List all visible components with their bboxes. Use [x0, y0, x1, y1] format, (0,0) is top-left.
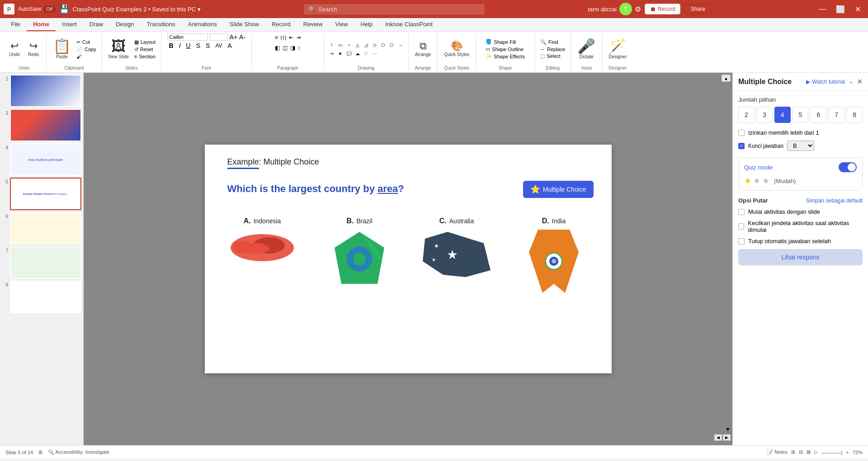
slide-thumb-8[interactable]: 8 [2, 281, 81, 313]
shape-diamond[interactable]: ◇ [371, 41, 379, 49]
shape-effects-button[interactable]: ✨ Shape Effects [484, 53, 526, 60]
mc-badge[interactable]: ⭐ Multiple Choice [523, 181, 594, 198]
align-center-button[interactable]: ◫ [282, 44, 288, 52]
align-right-button[interactable]: ◨ [289, 44, 296, 52]
shape-callout[interactable]: 💬 [345, 49, 353, 57]
lihat-respons-button[interactable]: Lihat respons [738, 249, 863, 265]
redo-button[interactable]: ↪ Redo [24, 40, 42, 58]
zoom-in-btn[interactable]: + [846, 450, 849, 455]
copy-button[interactable]: 📄 Copy [75, 46, 98, 53]
search-bar[interactable]: 🔍 Search [304, 4, 485, 14]
panel-close-button[interactable]: ✕ [857, 77, 863, 86]
slide-thumb-6[interactable]: 6 [2, 212, 81, 245]
undo-button[interactable]: ↩ Undo [5, 40, 24, 58]
font-size-input[interactable] [210, 33, 228, 41]
increase-indent-button[interactable]: ⇥ [295, 33, 302, 43]
choice-6-btn[interactable]: 6 [810, 107, 826, 123]
designer-button[interactable]: 🪄 Designer [606, 38, 629, 60]
izinkan-checkbox[interactable] [738, 130, 745, 136]
kecilkan-checkbox[interactable] [738, 223, 744, 230]
canvas-scroll-down[interactable]: ▼ [725, 426, 731, 433]
char-spacing-button[interactable]: AV [213, 42, 224, 49]
shape-rect[interactable]: ▭ [336, 41, 344, 49]
tab-design[interactable]: Design [109, 18, 140, 31]
tab-animations[interactable]: Animations [182, 18, 223, 31]
shape-pentagon[interactable]: ⬠ [379, 41, 387, 49]
slide-panel-toggle[interactable]: ⊞ [38, 449, 42, 455]
choice-2-btn[interactable]: 2 [738, 107, 755, 123]
simpan-link[interactable]: Simpan sebagai default [806, 198, 863, 204]
canvas-scroll-up[interactable]: ▲ [722, 75, 731, 82]
view-slide-btn[interactable]: ⊟ [799, 449, 803, 455]
font-increase-button[interactable]: A+ [230, 33, 238, 41]
autosave-toggle[interactable]: Off [43, 6, 55, 12]
autosave-control[interactable]: AutoSave Off [18, 6, 56, 12]
mulai-checkbox[interactable] [738, 209, 745, 215]
tab-slideshow[interactable]: Slide Show [223, 18, 265, 31]
kunci-checkbox[interactable]: ✓ [738, 143, 745, 149]
zoom-slider[interactable]: ————| [821, 450, 843, 455]
tutup-checkbox[interactable] [738, 238, 745, 245]
shape-oval[interactable]: ○ [345, 41, 353, 49]
maximize-button[interactable]: ⬜ [832, 5, 849, 14]
tab-view[interactable]: View [329, 18, 354, 31]
shape-outline-button[interactable]: ▭ Shape Outline [484, 46, 526, 52]
watch-tutorial-button[interactable]: ▶ Watch tutorial [806, 79, 845, 85]
star-3[interactable]: ★ [762, 176, 769, 186]
star-1[interactable]: ★ [744, 176, 751, 186]
layout-button[interactable]: ▦ Layout [132, 39, 157, 46]
shape-cloud[interactable]: ☁ [354, 49, 362, 57]
shape-line[interactable]: \ [328, 41, 336, 49]
shape-more[interactable]: ⋯ [371, 49, 379, 57]
line-spacing-button[interactable]: ↕ [297, 44, 302, 52]
panel-collapse-button[interactable]: ⌄ [849, 77, 854, 86]
notes-button[interactable]: 📝 Notes [767, 449, 788, 455]
scroll-left-btn[interactable]: ◀ [714, 434, 722, 441]
tab-transitions[interactable]: Transitions [140, 18, 181, 31]
decrease-indent-button[interactable]: ⇤ [288, 33, 294, 43]
shape-hexagon[interactable]: ⬡ [388, 41, 396, 49]
minimize-button[interactable]: — [815, 5, 830, 14]
choice-7-btn[interactable]: 7 [828, 107, 844, 123]
record-button[interactable]: ⏺ Record [645, 4, 680, 14]
view-reading-btn[interactable]: ⊠ [807, 449, 811, 455]
shape-arrow[interactable]: → [396, 41, 405, 49]
quiz-mode-toggle[interactable] [839, 162, 857, 172]
strikethrough-button[interactable]: S [194, 42, 202, 50]
tab-file[interactable]: File [5, 18, 27, 31]
shadow-button[interactable]: S [204, 42, 212, 50]
view-slideshow-btn[interactable]: ▷ [814, 449, 818, 455]
find-button[interactable]: 🔍 Find [538, 39, 567, 46]
quick-styles-button[interactable]: 🎨 Quick Styles [441, 40, 472, 58]
font-decrease-button[interactable]: A- [239, 33, 245, 41]
replace-button[interactable]: ↔ Replace [538, 46, 567, 52]
choice-5-btn[interactable]: 5 [793, 107, 809, 123]
italic-button[interactable]: I [177, 42, 183, 50]
kunci-select[interactable]: A B C D [787, 141, 814, 151]
shape-star[interactable]: ★ [336, 49, 344, 57]
shape-heart[interactable]: ♡ [362, 49, 370, 57]
dictate-button[interactable]: 🎤 Dictate [575, 38, 598, 60]
cut-button[interactable]: ✂ Cut [75, 39, 98, 46]
choice-3-btn[interactable]: 3 [756, 107, 773, 123]
align-left-button[interactable]: ◧ [274, 44, 281, 52]
shape-rtriangle[interactable]: ◿ [362, 41, 370, 49]
font-family-input[interactable] [167, 33, 208, 41]
slide-thumb-2[interactable]: 2 [2, 75, 81, 107]
tab-inknoe[interactable]: Inknoe ClassPoint [379, 18, 439, 31]
slide-thumb-7[interactable]: 7 [2, 246, 81, 279]
tab-review[interactable]: Review [297, 18, 329, 31]
numbering-button[interactable]: ⑴ [280, 33, 287, 43]
tab-home[interactable]: Home [27, 18, 56, 31]
share-button[interactable]: Share [684, 4, 712, 14]
shape-triangle[interactable]: △ [354, 41, 362, 49]
paste-button[interactable]: 📋 Paste [50, 38, 74, 60]
arrange-button[interactable]: ⧉ Arrange [412, 40, 434, 58]
slide-thumb-3[interactable]: 3 [2, 109, 81, 141]
bold-button[interactable]: B [167, 42, 175, 50]
select-button[interactable]: ⬚ Select [538, 53, 567, 60]
bullets-button[interactable]: ≡ [274, 33, 279, 43]
slide-thumb-4[interactable]: 4 How students participate [2, 143, 81, 176]
star-2[interactable]: ★ [753, 176, 760, 186]
choice-8-btn[interactable]: 8 [846, 107, 863, 123]
